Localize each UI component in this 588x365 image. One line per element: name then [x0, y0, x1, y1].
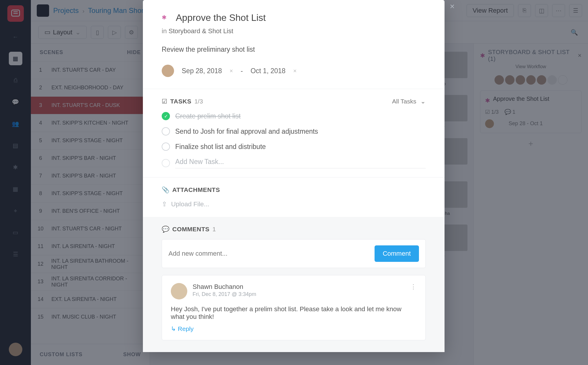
modal-breadcrumb: in Storyboard & Shot List: [162, 27, 426, 35]
tasks-count: 1/3: [194, 98, 203, 105]
attachments-label: ATTACHMENTS: [172, 186, 220, 193]
task-text: Finalize shot list and distribute: [175, 143, 266, 151]
add-task-circle-icon: [162, 159, 170, 167]
comment-button[interactable]: Comment: [375, 245, 419, 262]
end-date[interactable]: Oct 1, 2018: [250, 67, 285, 75]
upload-file-button[interactable]: ⇪ Upload File...: [162, 200, 426, 208]
tasks-filter-dropdown[interactable]: All Tasks ⌄: [392, 98, 426, 105]
task-modal: ✱ Approve the Shot List in Storyboard & …: [143, 0, 445, 352]
comment-input-wrapper: Comment: [162, 239, 426, 268]
assignee-avatar[interactable]: [162, 65, 174, 77]
task-text: Send to Josh for final approval and adju…: [175, 128, 318, 135]
comment-input[interactable]: [168, 250, 375, 257]
reply-button[interactable]: ↳ Reply: [171, 325, 417, 332]
modal-title: Approve the Shot List: [176, 12, 266, 23]
task-row[interactable]: Finalize shot list and distribute: [162, 143, 426, 151]
chevron-down-icon: ⌄: [420, 98, 426, 105]
modal-description[interactable]: Review the preliminary shot list: [162, 46, 426, 53]
add-task-placeholder: Add New Task...: [175, 158, 224, 165]
add-task-row[interactable]: Add New Task...: [162, 158, 426, 168]
checkbox-icon: ☑: [162, 98, 167, 105]
task-checkbox[interactable]: [162, 143, 170, 151]
comment-avatar: [171, 283, 187, 299]
comment-card: Shawn BuchanonFri, Dec 8, 2017 @ 3:34pm⋮…: [162, 275, 426, 340]
task-checkbox[interactable]: [162, 127, 170, 135]
comment-body: Hey Josh, I've put together a prelim sho…: [171, 305, 417, 321]
comments-label: COMMENTS: [172, 226, 210, 233]
task-text: Create prelim shot list: [175, 112, 240, 120]
comment-icon: 💬: [162, 226, 169, 233]
clear-end-date-icon[interactable]: ×: [293, 68, 297, 74]
task-checkbox[interactable]: ✓: [162, 112, 170, 120]
comments-count: 1: [213, 226, 216, 233]
modal-close-icon[interactable]: ×: [450, 2, 582, 11]
date-separator: -: [241, 67, 243, 75]
comment-date: Fri, Dec 8, 2017 @ 3:34pm: [193, 291, 256, 297]
tasks-label: TASKS: [170, 98, 191, 105]
task-row[interactable]: Send to Josh for final approval and adju…: [162, 127, 426, 135]
wheel-icon: ✱: [162, 14, 170, 22]
clear-start-date-icon[interactable]: ×: [230, 68, 233, 74]
upload-icon: ⇪: [162, 200, 167, 208]
paperclip-icon: 📎: [162, 186, 169, 193]
task-row[interactable]: ✓Create prelim shot list: [162, 112, 426, 120]
comment-menu-icon[interactable]: ⋮: [410, 283, 417, 299]
comment-author: Shawn Buchanon: [193, 283, 256, 291]
board-link[interactable]: Storyboard & Shot List: [168, 27, 233, 35]
start-date[interactable]: Sep 28, 2018: [182, 67, 222, 75]
